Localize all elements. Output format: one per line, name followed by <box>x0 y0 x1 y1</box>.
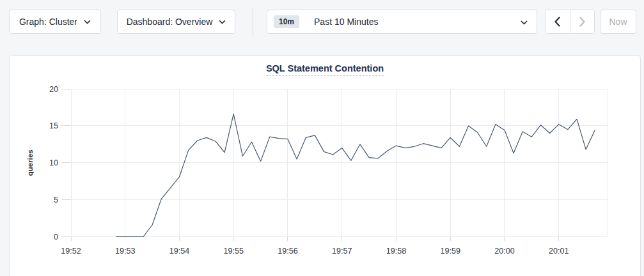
dashboard-selector-label: Dashboard: Overview <box>127 17 213 27</box>
dashboard-page: { "toolbar": { "graph_selector": { "labe… <box>0 0 644 276</box>
chevron-left-icon <box>554 16 561 27</box>
dashboard-selector-dropdown[interactable]: Dashboard: Overview <box>117 10 235 34</box>
graph-selector-dropdown[interactable]: Graph: Cluster <box>9 10 101 34</box>
time-range-label: Past 10 Minutes <box>314 17 378 27</box>
chevron-down-icon <box>84 20 91 24</box>
chevron-down-icon <box>521 20 528 25</box>
chevron-right-icon <box>579 16 586 27</box>
svg-text:19:53: 19:53 <box>115 247 135 256</box>
svg-text:19:52: 19:52 <box>61 247 81 256</box>
svg-text:15: 15 <box>49 121 58 130</box>
time-step-button-group <box>545 10 595 34</box>
svg-text:19:56: 19:56 <box>278 247 297 256</box>
now-button-label: Now <box>609 17 627 27</box>
time-range-badge: 10m <box>274 15 299 28</box>
toolbar-divider <box>253 8 253 36</box>
svg-text:queries: queries <box>26 150 34 176</box>
svg-text:19:54: 19:54 <box>169 247 189 256</box>
now-button[interactable]: Now <box>600 10 636 34</box>
svg-text:5: 5 <box>54 195 58 204</box>
svg-text:20:00: 20:00 <box>494 247 514 256</box>
previous-time-window-button[interactable] <box>546 10 570 33</box>
sql-statement-contention-line-chart[interactable]: 0510152019:5219:5319:5419:5519:5619:5719… <box>10 56 641 276</box>
graph-toolbar: Graph: Cluster Dashboard: Overview 10m P… <box>0 0 644 45</box>
svg-text:20:01: 20:01 <box>549 247 569 256</box>
graph-selector-label: Graph: Cluster <box>19 17 77 27</box>
svg-text:19:58: 19:58 <box>386 247 406 256</box>
time-range-dropdown[interactable]: 10m Past 10 Minutes <box>267 10 537 34</box>
svg-text:20: 20 <box>49 85 58 94</box>
svg-text:10: 10 <box>49 158 58 167</box>
svg-text:19:59: 19:59 <box>441 247 460 256</box>
svg-text:19:55: 19:55 <box>224 247 244 256</box>
chart-card: SQL Statement Contention 0510152019:5219… <box>9 55 641 276</box>
svg-text:0: 0 <box>54 233 58 241</box>
chevron-down-icon <box>219 20 226 24</box>
next-time-window-button[interactable] <box>570 10 595 33</box>
svg-text:19:57: 19:57 <box>332 247 352 256</box>
